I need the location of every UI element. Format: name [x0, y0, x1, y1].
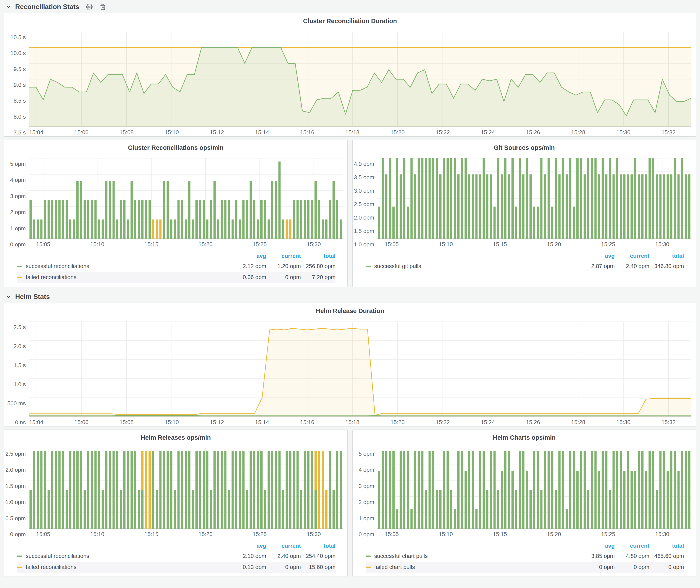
bar[interactable]: [195, 200, 198, 239]
bar[interactable]: [206, 451, 208, 529]
legend-col-total[interactable]: total: [301, 251, 335, 261]
legend-series-name[interactable]: failed chart pulls: [366, 564, 580, 570]
bar[interactable]: [562, 451, 564, 529]
bar[interactable]: [475, 174, 477, 239]
section-header-reconciliation-stats[interactable]: Reconciliation Stats: [0, 0, 700, 13]
bar[interactable]: [555, 490, 557, 529]
bar[interactable]: [631, 174, 633, 239]
bar[interactable]: [69, 220, 71, 239]
bar[interactable]: [429, 158, 431, 239]
panel-title[interactable]: Cluster Reconciliation Duration: [4, 13, 696, 26]
legend-col-current[interactable]: current: [266, 251, 301, 261]
bar[interactable]: [163, 181, 165, 239]
bar[interactable]: [486, 174, 488, 239]
bar[interactable]: [656, 174, 658, 239]
panel-title[interactable]: Helm Releases ops/min: [4, 430, 347, 443]
bar[interactable]: [66, 200, 68, 239]
bar[interactable]: [429, 451, 431, 529]
bar[interactable]: [239, 220, 241, 239]
bar[interactable]: [127, 451, 129, 529]
bar[interactable]: [340, 220, 342, 239]
bar[interactable]: [307, 200, 310, 239]
bar[interactable]: [113, 181, 115, 239]
legend-col-total[interactable]: total: [649, 251, 684, 261]
bar[interactable]: [174, 490, 176, 529]
bar[interactable]: [681, 451, 683, 529]
bar[interactable]: [465, 471, 467, 529]
bar[interactable]: [540, 158, 542, 239]
bar[interactable]: [239, 451, 241, 529]
bar[interactable]: [587, 158, 589, 239]
bar[interactable]: [123, 200, 126, 239]
bar[interactable]: [55, 200, 57, 239]
bar[interactable]: [250, 451, 252, 529]
section-title[interactable]: Reconciliation Stats: [15, 3, 79, 11]
bar[interactable]: [418, 158, 420, 239]
bar[interactable]: [170, 220, 172, 239]
bar[interactable]: [627, 174, 629, 239]
bar[interactable]: [192, 220, 194, 239]
legend-col-total[interactable]: total: [301, 541, 335, 551]
bar[interactable]: [127, 220, 129, 239]
bar[interactable]: [213, 181, 216, 239]
plot-area[interactable]: [377, 158, 691, 239]
bar[interactable]: [51, 200, 53, 239]
legend-series-name[interactable]: successful reconciliations: [17, 553, 232, 559]
bar[interactable]: [598, 471, 600, 529]
bar[interactable]: [91, 200, 93, 239]
bar[interactable]: [576, 471, 579, 529]
bar[interactable]: [515, 490, 517, 529]
bar[interactable]: [461, 451, 463, 529]
bar[interactable]: [113, 451, 115, 529]
bar[interactable]: [623, 174, 626, 239]
bar[interactable]: [403, 158, 405, 239]
bar[interactable]: [385, 451, 387, 529]
bar[interactable]: [594, 158, 597, 239]
bar[interactable]: [580, 451, 582, 529]
bar[interactable]: [558, 451, 561, 529]
bar[interactable]: [336, 200, 338, 239]
bar[interactable]: [134, 451, 136, 529]
bar[interactable]: [511, 158, 514, 239]
bar[interactable]: [631, 471, 633, 529]
bar[interactable]: [425, 158, 427, 239]
bar[interactable]: [465, 158, 467, 239]
bar[interactable]: [311, 451, 313, 529]
bar[interactable]: [685, 451, 687, 529]
bar[interactable]: [396, 509, 398, 529]
bar[interactable]: [436, 158, 438, 239]
bar[interactable]: [641, 451, 644, 529]
bar[interactable]: [454, 158, 456, 239]
bar[interactable]: [494, 451, 496, 529]
bar[interactable]: [670, 451, 672, 529]
bar[interactable]: [529, 490, 532, 529]
bar[interactable]: [98, 451, 100, 529]
bar[interactable]: [170, 451, 172, 529]
bar[interactable]: [385, 174, 387, 239]
bar[interactable]: [138, 490, 140, 529]
bar[interactable]: [102, 490, 104, 529]
bar[interactable]: [98, 220, 100, 239]
bar[interactable]: [566, 174, 568, 239]
bar[interactable]: [329, 451, 331, 529]
bar[interactable]: [84, 490, 86, 529]
plot-area[interactable]: [29, 32, 691, 127]
bar[interactable]: [307, 451, 310, 529]
bar[interactable]: [297, 451, 299, 529]
bar[interactable]: [76, 181, 79, 239]
trash-icon[interactable]: [100, 4, 106, 10]
bar[interactable]: [325, 220, 327, 239]
bar[interactable]: [44, 200, 46, 239]
bar[interactable]: [224, 451, 226, 529]
bar[interactable]: [257, 220, 259, 239]
bar[interactable]: [177, 200, 180, 239]
bar[interactable]: [315, 181, 317, 239]
bar[interactable]: [159, 451, 161, 529]
bar[interactable]: [311, 200, 313, 239]
bar[interactable]: [392, 451, 395, 529]
bar[interactable]: [616, 158, 618, 239]
bar[interactable]: [181, 200, 183, 239]
legend-series-name[interactable]: successful git pulls: [366, 263, 580, 270]
bar[interactable]: [641, 174, 644, 239]
bar[interactable]: [235, 451, 237, 529]
